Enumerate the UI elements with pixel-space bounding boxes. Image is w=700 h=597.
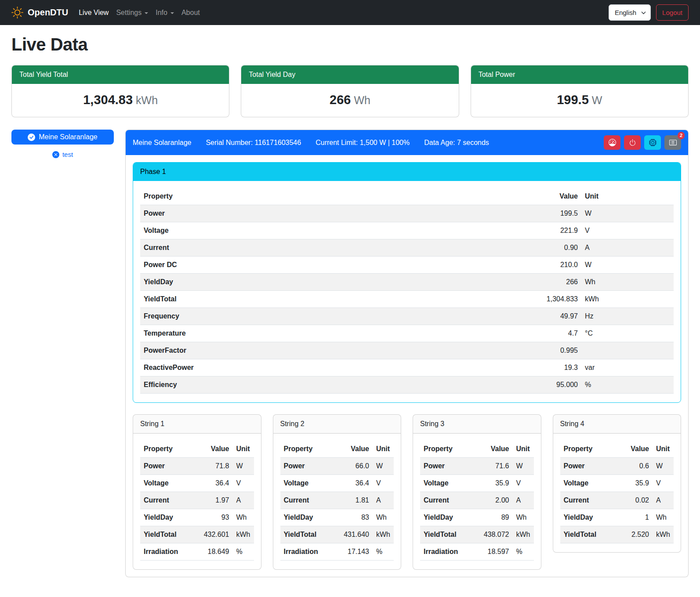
column-property: Property	[280, 441, 334, 458]
table-header-row: Property Value Unit	[420, 441, 534, 458]
value-cell: 35.9	[474, 475, 513, 492]
string-table: Property Value Unit Power71.8WVoltage36.…	[140, 441, 254, 561]
nav-about[interactable]: About	[181, 6, 200, 19]
table-row: Power71.6W	[420, 458, 534, 475]
string-table: Property Value Unit Power66.0WVoltage36.…	[280, 441, 394, 561]
card-body: 1,304.83kWh	[12, 84, 229, 117]
card-value: 1,304.83	[83, 93, 133, 107]
sidebar-item-meine-solaranlage[interactable]: Meine Solaranlage	[11, 130, 114, 145]
string-body: Property Value Unit Power71.6WVoltage35.…	[413, 434, 541, 569]
card-unit: Wh	[354, 94, 370, 106]
inverter-panel-header: Meine Solaranlage Serial Number: 1161716…	[126, 130, 688, 155]
property-cell: Voltage	[420, 475, 474, 492]
column-value: Value	[334, 441, 373, 458]
column-unit: Unit	[373, 441, 394, 458]
value-cell: 95.000	[518, 376, 581, 394]
device-info-button[interactable]	[644, 135, 661, 150]
unit-cell: %	[513, 543, 534, 561]
value-cell: 438.072	[474, 526, 513, 543]
language-select[interactable]: English	[609, 4, 651, 21]
brand[interactable]: OpenDTU	[11, 7, 68, 18]
nav-links: Live View Settings Info About	[79, 6, 599, 19]
value-cell: 0.02	[614, 492, 653, 509]
x-circle-icon	[52, 151, 59, 158]
table-row: Voltage35.9V	[420, 475, 534, 492]
list-icon	[669, 139, 677, 146]
value-cell: 1,304.833	[518, 291, 581, 308]
unit-cell: Wh	[581, 274, 674, 291]
unit-cell: V	[233, 475, 254, 492]
table-row: ReactivePower19.3var	[140, 359, 674, 376]
table-header-row: Property Value Unit	[140, 441, 254, 458]
chevron-down-icon	[145, 12, 148, 14]
cpu-icon	[649, 139, 656, 146]
property-cell: Current	[140, 492, 194, 509]
table-row: PowerFactor0.995	[140, 342, 674, 359]
property-cell: Power	[140, 205, 518, 222]
value-cell: 431.640	[334, 526, 373, 543]
unit-cell: A	[373, 492, 394, 509]
card-title: Total Yield Day	[241, 65, 458, 84]
power-button[interactable]	[624, 135, 641, 150]
property-cell: Power	[420, 458, 474, 475]
property-cell: YieldDay	[420, 509, 474, 526]
property-cell: YieldDay	[140, 509, 194, 526]
unit-cell: Wh	[373, 509, 394, 526]
phase-table: Property Value Unit Power199.5WVoltage22…	[140, 188, 674, 394]
logout-button[interactable]: Logout	[656, 4, 689, 21]
string-body: Property Value Unit Power71.8WVoltage36.…	[133, 434, 261, 569]
property-cell: Irradiation	[420, 543, 474, 561]
value-cell: 83	[334, 509, 373, 526]
table-row: YieldDay266Wh	[140, 274, 674, 291]
string-body: Property Value Unit Power0.6WVoltage35.9…	[553, 434, 681, 552]
table-header-row: Property Value Unit	[140, 188, 674, 205]
value-cell: 0.90	[518, 239, 581, 257]
unit-cell: W	[581, 257, 674, 274]
column-value: Value	[614, 441, 653, 458]
property-cell: Frequency	[140, 308, 518, 325]
phase-card: Phase 1 Property Value Unit Power199.5WV…	[133, 162, 681, 403]
property-cell: Irradiation	[140, 543, 194, 561]
summary-cards: Total Yield Total 1,304.83kWh Total Yiel…	[11, 65, 689, 117]
table-row: Current0.02A	[560, 492, 674, 509]
table-row: Power DC210.0W	[140, 257, 674, 274]
value-cell: 432.601	[194, 526, 233, 543]
value-cell: 36.4	[334, 475, 373, 492]
table-row: YieldDay89Wh	[420, 509, 534, 526]
table-row: Power66.0W	[280, 458, 394, 475]
value-cell: 18.597	[474, 543, 513, 561]
nav-settings[interactable]: Settings	[116, 6, 148, 19]
sidebar-item-test[interactable]: test	[11, 151, 114, 158]
value-cell: 210.0	[518, 257, 581, 274]
unit-cell: Hz	[581, 308, 674, 325]
unit-cell: V	[373, 475, 394, 492]
nav-info[interactable]: Info	[156, 6, 174, 19]
table-row: Power0.6W	[560, 458, 674, 475]
inverter-name: Meine Solaranlage	[133, 139, 191, 147]
limit-settings-button[interactable]	[604, 135, 620, 150]
sidebar-item-label: Meine Solaranlage	[39, 133, 97, 141]
unit-cell: A	[581, 239, 674, 257]
table-row: YieldTotal2.520kWh	[560, 526, 674, 543]
value-cell: 1	[614, 509, 653, 526]
value-cell: 66.0	[334, 458, 373, 475]
value-cell: 1.97	[194, 492, 233, 509]
string-title: String 4	[553, 415, 681, 434]
property-cell: ReactivePower	[140, 359, 518, 376]
table-row: YieldDay83Wh	[280, 509, 394, 526]
string-body: Property Value Unit Power66.0WVoltage36.…	[273, 434, 401, 569]
brand-label: OpenDTU	[28, 7, 68, 18]
string-card-3: String 3 Property Value Unit	[413, 414, 541, 570]
property-cell: Power	[560, 458, 614, 475]
event-log-button[interactable]: 2	[664, 135, 681, 150]
nav-live-view[interactable]: Live View	[79, 6, 109, 19]
value-cell: 266	[518, 274, 581, 291]
unit-cell: Wh	[233, 509, 254, 526]
inverter-panel: Meine Solaranlage Serial Number: 1161716…	[125, 130, 689, 577]
inverter-panel-body: Phase 1 Property Value Unit Power199.5WV…	[126, 155, 688, 577]
nav-item-label: Live View	[79, 9, 109, 17]
property-cell: Voltage	[140, 475, 194, 492]
inverter-action-buttons: 2	[604, 135, 681, 150]
sun-icon	[11, 7, 23, 18]
property-cell: Voltage	[140, 222, 518, 239]
